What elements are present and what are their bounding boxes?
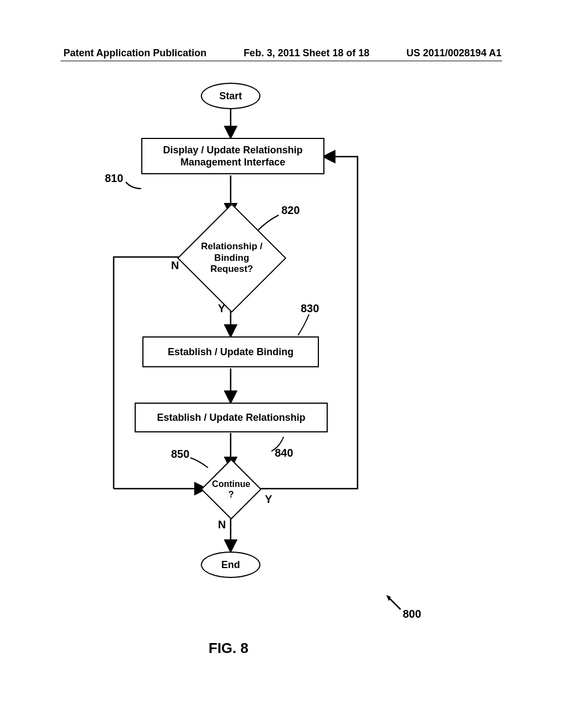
start-terminal: Start [201,83,260,109]
header-rule [61,61,502,61]
decision-850: Continue ? [210,468,253,511]
end-label: End [221,559,240,571]
label-820-y: Y [218,302,225,315]
ref-830: 830 [301,302,319,315]
ref-810: 810 [105,172,123,185]
header-left: Patent Application Publication [63,47,206,59]
process-810: Display / Update Relationship Management… [141,138,324,174]
process-830: Establish / Update Binding [142,336,319,367]
ref-840: 840 [275,447,293,459]
page-header: Patent Application Publication Feb. 3, 2… [0,47,565,59]
process-830-text: Establish / Update Binding [168,346,294,358]
header-center: Feb. 3, 2011 Sheet 18 of 18 [243,47,369,59]
start-label: Start [219,90,242,103]
label-820-n: N [171,259,179,272]
ref-850: 850 [171,448,189,461]
process-840: Establish / Update Relationship [135,403,328,432]
flowchart-canvas: Start Display / Update Relationship Mana… [0,72,565,678]
decision-850-text: Continue ? [210,468,253,511]
label-850-n: N [218,518,226,531]
ref-820: 820 [281,204,300,217]
decision-820-text: Relationship / Binding Request? [193,220,270,297]
end-terminal: End [201,552,260,578]
label-850-y: Y [265,493,272,506]
process-840-text: Establish / Update Relationship [157,411,305,424]
header-right: US 2011/0028194 A1 [407,47,502,59]
figure-label: FIG. 8 [209,640,248,657]
process-810-text: Display / Update Relationship Management… [163,144,302,169]
decision-820: Relationship / Binding Request? [193,220,270,297]
ref-800: 800 [403,608,421,620]
